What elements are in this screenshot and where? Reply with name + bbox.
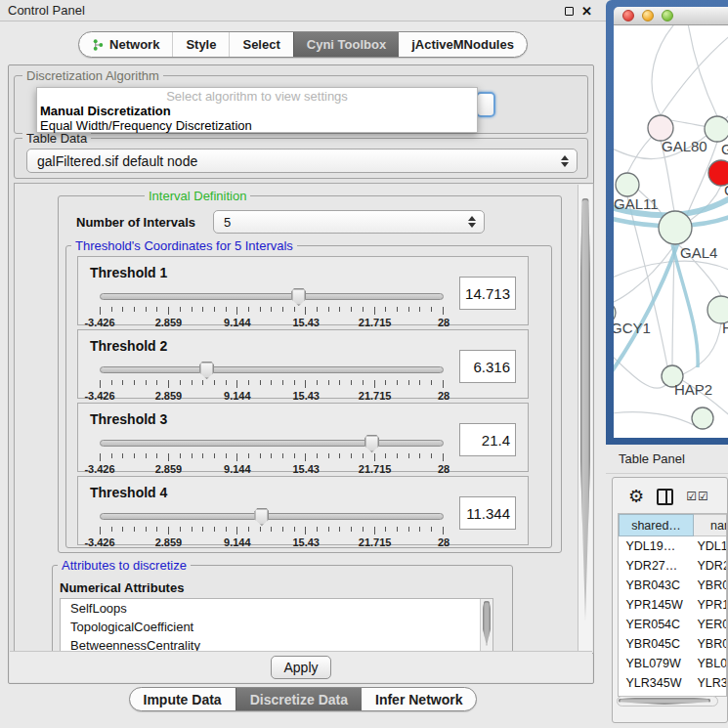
tick-mark — [339, 380, 340, 385]
table-row[interactable]: YDL19…YDL1 — [620, 536, 728, 556]
zoom-traffic-light-icon[interactable] — [662, 10, 673, 21]
cell-shared-name[interactable]: YLR345W — [620, 673, 694, 693]
tick-label: 15.43 — [292, 317, 320, 328]
slider-track[interactable] — [100, 440, 444, 447]
gear-icon[interactable]: ⚙ — [628, 488, 644, 505]
tick-label: 28 — [438, 463, 450, 475]
dropdown-option-equal-width[interactable]: Equal Width/Frequency Discretization — [37, 118, 477, 133]
slider-track[interactable] — [100, 366, 444, 373]
cell-name[interactable]: YBR0 — [694, 634, 728, 654]
cell-shared-name[interactable]: YDR27… — [620, 556, 694, 576]
cell-shared-name[interactable]: YBL079W — [620, 654, 694, 673]
threshold-4-slider[interactable]: -3.4262.8599.14415.4321.71528 — [100, 508, 444, 543]
tick-mark — [385, 307, 386, 312]
cell-shared-name[interactable]: YBR045C — [620, 634, 694, 654]
network-window-titlebar[interactable] — [614, 7, 728, 25]
threshold-1-value[interactable]: 14.713 — [459, 277, 516, 310]
cell-shared-name[interactable]: YDL19… — [620, 536, 694, 556]
network-node[interactable] — [705, 116, 728, 142]
cell-name[interactable]: YER0 — [694, 615, 728, 634]
tab-network[interactable]: Network — [79, 32, 172, 57]
algorithm-combobox[interactable] — [476, 92, 495, 117]
tick-mark — [419, 380, 420, 385]
threshold-2-slider[interactable]: -3.4262.8599.14415.4321.71528 — [100, 362, 444, 397]
tick-mark — [100, 307, 101, 315]
tab-select[interactable]: Select — [229, 32, 292, 57]
threshold-4-value[interactable]: 11.344 — [459, 496, 516, 530]
dropdown-option-manual[interactable]: Manual Discretization — [37, 104, 477, 118]
table-row[interactable]: YBR045CYBR0 — [620, 634, 728, 654]
cell-name[interactable]: YDR2 — [694, 556, 728, 576]
columns-icon[interactable] — [657, 489, 673, 505]
cell-name[interactable]: YDL1 — [694, 536, 728, 556]
slider-tick-labels: -3.4262.8599.14415.4321.71528 — [100, 463, 444, 475]
tick-mark — [339, 453, 340, 458]
cell-shared-name[interactable]: YBR043C — [620, 576, 694, 595]
minimize-traffic-light-icon[interactable] — [642, 10, 654, 21]
node-table[interactable]: shared… name YDL19…YDL1YDR27…YDR2YBR043C… — [618, 513, 727, 697]
tick-mark — [122, 307, 123, 312]
slider-track[interactable] — [100, 513, 444, 520]
attribute-list-item[interactable]: SelfLoops — [61, 599, 492, 618]
column-header-name[interactable]: name — [694, 515, 728, 536]
tab-jactivemnodules[interactable]: jActiveMNodules — [399, 32, 527, 57]
tick-mark — [305, 527, 306, 535]
table-row[interactable]: YBL079WYBL0 — [620, 654, 728, 673]
tick-mark — [156, 453, 157, 458]
close-traffic-light-icon[interactable] — [622, 10, 634, 21]
table-row[interactable]: YPR145WYPR1 — [620, 595, 728, 615]
tick-label: 2.859 — [155, 317, 183, 328]
column-header-shared-name[interactable]: shared… — [620, 515, 694, 536]
num-intervals-combobox[interactable]: 5 — [213, 210, 485, 234]
network-node[interactable] — [692, 407, 713, 429]
tab-impute-data[interactable]: Impute Data — [130, 688, 236, 710]
table-row[interactable]: YDR27…YDR2 — [620, 556, 728, 576]
tab-cyni-toolbox[interactable]: Cyni Toolbox — [293, 32, 399, 57]
threshold-1-slider[interactable]: -3.4262.8599.14415.4321.71528 — [100, 288, 444, 323]
threshold-2-value[interactable]: 6.316 — [459, 350, 516, 383]
table-row[interactable]: YER054CYER0 — [620, 615, 728, 634]
tick-mark — [419, 307, 420, 312]
settings-vertical-scrollbar[interactable] — [578, 185, 592, 652]
network-node[interactable] — [659, 211, 692, 244]
tick-mark — [134, 453, 135, 458]
cell-shared-name[interactable]: YPR145W — [620, 595, 694, 615]
tick-mark — [339, 527, 340, 532]
cell-shared-name[interactable]: YER054C — [620, 615, 694, 634]
tab-discretize-data[interactable]: Discretize Data — [236, 688, 362, 710]
threshold-3-value[interactable]: 21.4 — [459, 423, 516, 456]
attribute-list-item[interactable]: TopologicalCoefficient — [61, 618, 492, 636]
tick-mark — [122, 380, 123, 385]
checkbox-icon[interactable]: ☑ — [698, 490, 708, 503]
table-row[interactable]: YBR043CYBR0 — [620, 576, 728, 595]
table-row[interactable]: YLR345WYLR3 — [620, 673, 728, 693]
float-window-icon[interactable] — [565, 7, 574, 16]
cell-name[interactable]: YPR1 — [694, 595, 728, 615]
slider-thumb[interactable] — [254, 508, 269, 526]
slider-thumb[interactable] — [364, 435, 379, 452]
network-canvas[interactable]: GAL80GACGAL11GAL4GCY1HHAP2 — [614, 25, 728, 438]
tick-mark — [363, 453, 364, 458]
table-horizontal-scrollbar[interactable] — [617, 696, 718, 707]
slider-track[interactable] — [100, 293, 444, 300]
table-data-combobox[interactable]: galFiltered.sif default node — [26, 149, 578, 173]
tick-mark — [317, 453, 318, 458]
tab-style[interactable]: Style — [172, 32, 229, 57]
tab-infer-network[interactable]: Infer Network — [362, 688, 476, 710]
tick-mark — [363, 380, 364, 385]
apply-button[interactable]: Apply — [271, 656, 331, 679]
cell-name[interactable]: YBR0 — [694, 576, 728, 595]
checkbox-icons[interactable]: ☑☑ — [686, 490, 708, 503]
tick-label: -3.426 — [84, 317, 114, 328]
cell-name[interactable]: YBL0 — [694, 654, 728, 673]
tick-mark — [282, 453, 283, 458]
dropdown-hint-item[interactable]: Select algorithm to view settings — [37, 89, 477, 104]
threshold-3-slider[interactable]: -3.4262.8599.14415.4321.71528 — [100, 435, 444, 470]
stepper-arrows-icon — [561, 150, 569, 172]
slider-thumb[interactable] — [199, 362, 214, 379]
cell-name[interactable]: YLR3 — [694, 673, 728, 693]
checkbox-icon[interactable]: ☑ — [686, 490, 697, 503]
network-node[interactable] — [616, 173, 639, 196]
slider-thumb[interactable] — [291, 288, 306, 306]
close-icon[interactable]: ✕ — [581, 5, 592, 18]
